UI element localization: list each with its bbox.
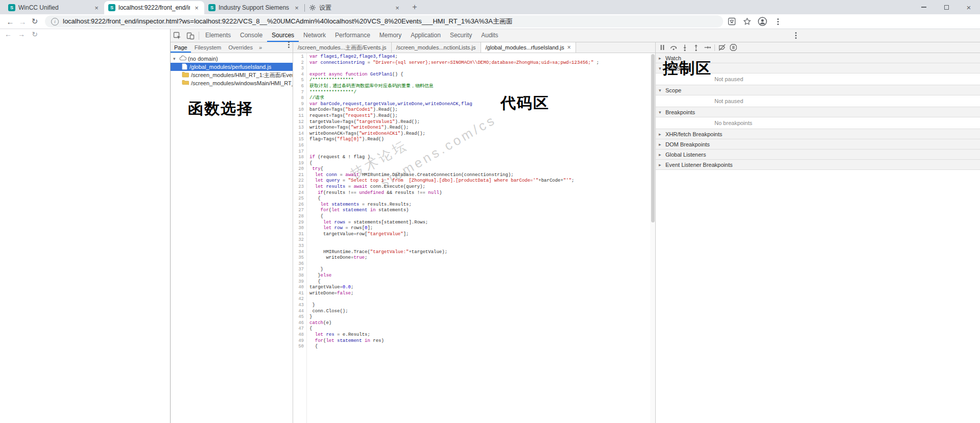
line-number[interactable]: 23 [293,184,306,190]
line-number[interactable]: 40 [293,285,306,291]
devtools-tab-application[interactable]: Application [406,29,445,42]
browser-tab-wincc[interactable]: S WinCC Unified × [4,1,104,14]
line-number[interactable]: 32 [293,237,306,243]
line-number[interactable]: 45 [293,314,306,320]
new-tab-button[interactable]: + [408,1,421,14]
sidebar-section-scope[interactable]: ▾Scope [656,85,980,95]
browser-tab-localhost-devtools[interactable]: S localhost:9222/front_end/insp × [104,1,204,14]
step-over-button[interactable] [668,42,679,53]
line-number[interactable]: 2 [293,60,306,66]
page-forward-icon[interactable]: → [17,30,26,38]
sidebar-section-dom-breakpoints[interactable]: ▸DOM Breakpoints [656,139,980,150]
devtools-tab-performance[interactable]: Performance [330,29,375,42]
step-into-button[interactable] [679,42,690,53]
devtools-tab-network[interactable]: Network [299,29,330,42]
step-button[interactable] [702,42,713,53]
line-number[interactable]: 20 [293,166,306,172]
line-number[interactable]: 3 [293,66,306,72]
tree-file-row[interactable]: /screen_modules/HMI_RT_1:主画面/Events.js [171,71,293,79]
line-number[interactable]: 28 [293,214,306,220]
pause-on-exceptions-button[interactable] [728,42,739,53]
line-number[interactable]: 49 [293,338,306,344]
browser-tab-siemens-support[interactable]: S Industry Support Siemens × [204,1,304,14]
tab-close-icon[interactable]: × [193,4,200,12]
deactivate-breakpoints-button[interactable] [716,42,728,53]
line-number[interactable]: 37 [293,267,306,273]
sidebar-section-global-listeners[interactable]: ▸Global Listeners [656,150,980,160]
line-number[interactable]: 6 [293,84,306,90]
line-number[interactable]: 29 [293,220,306,226]
sidebar-section-event-listener-breakpoints[interactable]: ▸Event Listener Breakpoints [656,160,980,170]
browser-tab-settings[interactable]: 设置 × [305,1,405,14]
line-number[interactable]: 11 [293,113,306,119]
line-number[interactable]: 14 [293,131,306,137]
browser-menu-icon[interactable] [771,15,784,28]
line-number[interactable]: 35 [293,255,306,261]
line-number[interactable]: 44 [293,309,306,315]
editor-tab-events[interactable]: /screen_modules...主画面/Events.js [293,42,392,53]
gutter[interactable]: 1234567891011121314151617181920212223242… [293,53,307,423]
tree-file-row[interactable]: /global_modules/perfuseIsland.js [171,63,293,71]
devtools-tab-audits[interactable]: Audits [476,29,503,42]
navigator-tab-filesystem[interactable]: Filesystem [191,42,225,53]
line-number[interactable]: 24 [293,190,306,196]
line-number[interactable]: 42 [293,296,306,303]
profile-avatar[interactable] [756,15,769,28]
tree-root-row[interactable]: ▾ (no domain) [171,55,293,63]
line-number[interactable]: 4 [293,72,306,78]
forward-button[interactable]: → [16,17,29,26]
line-number[interactable]: 43 [293,303,306,309]
line-number[interactable]: 12 [293,119,306,126]
navigator-menu-icon[interactable] [288,44,290,45]
omnibox[interactable]: i localhost:9222/front_end/inspector.htm… [45,15,723,28]
maximize-button[interactable] [935,0,958,14]
line-number[interactable]: 25 [293,196,306,202]
translate-icon[interactable] [725,15,738,28]
tab-close-icon[interactable]: × [293,4,300,12]
devtools-tab-console[interactable]: Console [235,29,267,42]
step-out-button[interactable] [690,42,702,53]
bookmark-star-icon[interactable] [740,15,754,28]
tab-close-icon[interactable]: × [93,4,100,12]
line-number[interactable]: 22 [293,178,306,184]
line-number[interactable]: 30 [293,226,306,232]
minimize-button[interactable] [913,0,935,14]
editor-scrollbar[interactable] [650,53,655,423]
editor-tab-perfuseisland[interactable]: /global_modules...rfuseIsland.js × [481,42,576,53]
code-area[interactable]: var flage1,flage2,flage3,flage4;var conn… [307,53,655,423]
line-number[interactable]: 17 [293,149,306,155]
tree-file-row[interactable]: /screen_modules/windowsMain/HMI_RT_1:线 [171,79,293,87]
reload-button[interactable]: ↻ [29,17,41,26]
line-number[interactable]: 48 [293,332,306,338]
line-number[interactable]: 31 [293,232,306,238]
line-number[interactable]: 50 [293,344,306,350]
page-reload-icon[interactable]: ↻ [31,30,39,38]
tab-close-icon[interactable]: × [394,4,401,12]
sidebar-section-xhr-fetch-breakpoints[interactable]: ▸XHR/fetch Breakpoints [656,129,980,139]
line-number[interactable]: 1 [293,54,306,60]
line-number[interactable]: 34 [293,250,306,256]
editor-tab-close-icon[interactable]: × [567,44,571,51]
line-number[interactable]: 16 [293,143,306,149]
line-number[interactable]: 18 [293,155,306,161]
device-toolbar-button[interactable] [184,30,197,42]
line-number[interactable]: 39 [293,279,306,285]
devtools-tab-elements[interactable]: Elements [201,29,235,42]
devtools-tab-security[interactable]: Security [445,29,476,42]
devtools-tab-sources[interactable]: Sources [267,29,299,42]
line-number[interactable]: 46 [293,320,306,327]
scrollbar-thumb[interactable] [651,54,655,222]
devtools-tab-memory[interactable]: Memory [375,29,406,42]
line-number[interactable]: 10 [293,107,306,113]
inspect-element-button[interactable] [171,30,184,42]
line-number[interactable]: 26 [293,202,306,208]
sidebar-section-watch[interactable]: ▸Watch [656,53,980,63]
line-number[interactable]: 38 [293,273,306,279]
line-number[interactable]: 9 [293,102,306,108]
page-back-icon[interactable]: ← [4,30,12,38]
sidebar-section-call-stack[interactable]: ▾Call Stack [656,63,980,73]
line-number[interactable]: 41 [293,291,306,297]
line-number[interactable]: 15 [293,137,306,143]
line-number[interactable]: 36 [293,261,306,267]
close-button[interactable]: × [958,0,980,14]
